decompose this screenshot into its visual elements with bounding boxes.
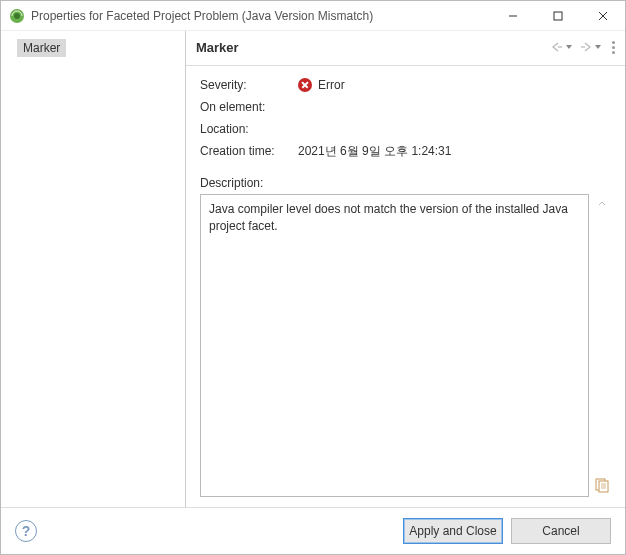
content-header: Marker	[186, 31, 625, 66]
nav-back-button[interactable]	[548, 39, 575, 55]
button-bar: ? Apply and Close Cancel	[1, 507, 625, 554]
severity-label: Severity:	[200, 78, 298, 92]
help-button[interactable]: ?	[15, 520, 37, 542]
on-element-label: On element:	[200, 100, 298, 114]
window-title: Properties for Faceted Project Problem (…	[31, 9, 490, 23]
creation-time-value: 2021년 6월 9일 오후 1:24:31	[298, 143, 451, 160]
description-label: Description:	[200, 176, 611, 190]
chevron-down-icon	[594, 43, 602, 51]
sidebar: Marker	[1, 31, 186, 507]
titlebar: Properties for Faceted Project Problem (…	[1, 1, 625, 31]
minimize-button[interactable]	[490, 1, 535, 31]
page-title: Marker	[196, 40, 548, 55]
nav-forward-button[interactable]	[577, 39, 604, 55]
creation-time-label: Creation time:	[200, 144, 298, 158]
description-textarea[interactable]: Java compiler level does not match the v…	[200, 194, 589, 497]
view-menu-icon[interactable]	[612, 41, 615, 54]
properties-dialog: Properties for Faceted Project Problem (…	[0, 0, 626, 555]
sidebar-item-label: Marker	[23, 41, 60, 55]
error-icon	[298, 78, 312, 92]
sidebar-item-marker[interactable]: Marker	[17, 39, 66, 57]
svg-point-1	[14, 13, 20, 19]
scroll-up-icon	[594, 196, 610, 212]
description-value: Java compiler level does not match the v…	[209, 202, 568, 233]
severity-value: Error	[318, 78, 345, 92]
cancel-button[interactable]: Cancel	[511, 518, 611, 544]
chevron-down-icon	[565, 43, 573, 51]
svg-rect-7	[599, 481, 608, 492]
copy-button[interactable]	[592, 475, 612, 495]
eclipse-icon	[9, 8, 25, 24]
apply-and-close-button[interactable]: Apply and Close	[403, 518, 503, 544]
close-button[interactable]	[580, 1, 625, 31]
maximize-button[interactable]	[535, 1, 580, 31]
on-element-value	[298, 98, 448, 116]
location-label: Location:	[200, 122, 298, 136]
svg-rect-3	[554, 12, 562, 20]
